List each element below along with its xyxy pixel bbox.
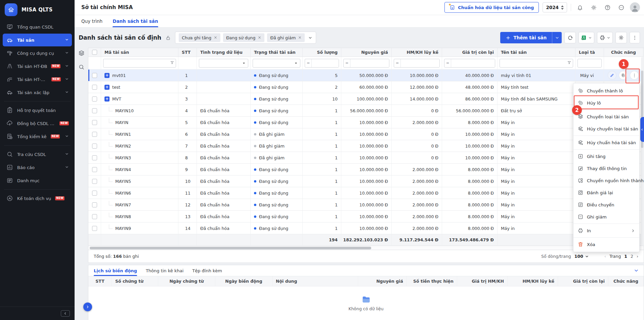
table-row[interactable]: +MVT3Đang sử dụng10100.000.000 Đ14.000.0…: [88, 93, 644, 105]
help-icon[interactable]: [602, 2, 612, 12]
table-row[interactable]: MAYIN510Đã chuẩn hóaĐang sử dụng110.000.…: [88, 175, 644, 187]
row-checkbox[interactable]: [92, 144, 97, 149]
column-header[interactable]: Loại tà: [575, 48, 604, 57]
refresh-button[interactable]: [564, 32, 576, 43]
column-header[interactable]: Nguyên giá: [341, 48, 392, 57]
tab-lich-su-bien-dong[interactable]: Lịch sử biến động: [94, 265, 137, 276]
row-checkbox[interactable]: [92, 73, 97, 78]
saved-views-layers-icon[interactable]: [78, 50, 85, 58]
table-row[interactable]: MAYIN27Đã chuẩn hóaĐã ghi giảm110.000.00…: [88, 140, 644, 152]
funnel-icon[interactable]: [567, 61, 571, 66]
export-excel-button[interactable]: [578, 32, 594, 43]
menu-item[interactable]: Chuyển thành lô: [573, 85, 639, 97]
history-column-header[interactable]: Ngày biến động: [215, 276, 272, 286]
user-avatar[interactable]: [630, 2, 640, 12]
chips-dropdown-icon[interactable]: [308, 36, 312, 40]
year-selector[interactable]: 2024: [543, 2, 567, 12]
row-checkbox[interactable]: [92, 96, 97, 102]
lock-open-icon[interactable]: [165, 35, 171, 41]
row-checkbox[interactable]: [92, 167, 97, 172]
horizontal-scrollbar-thumb[interactable]: [90, 247, 371, 249]
rail-expand-button[interactable]: [83, 303, 92, 311]
history-column-header[interactable]: Nội dung: [272, 276, 358, 286]
menu-item[interactable]: Chuyển loại tài sản: [573, 111, 639, 123]
table-row[interactable]: MAYIN38Đã chuẩn hóaĐã ghi giảm110.000.00…: [88, 152, 644, 164]
chip-close-icon[interactable]: [298, 35, 302, 40]
table-row[interactable]: MAYIN5Đã chuẩn hóaĐang sử dụng110.000.00…: [88, 117, 644, 128]
history-column-header[interactable]: Số tiền thực hiện: [407, 276, 457, 286]
expand-row-icon[interactable]: +: [104, 85, 110, 90]
filter-chip[interactable]: Chưa ghi tăng: [179, 33, 220, 42]
more-actions-button[interactable]: [630, 32, 640, 43]
row-checkbox[interactable]: [92, 108, 97, 113]
notifications-bell-icon[interactable]: [575, 2, 585, 12]
column-header[interactable]: Mã tài sản: [101, 48, 178, 57]
history-column-header[interactable]: Số chứng từ: [112, 276, 158, 286]
table-row[interactable]: +test2Đang sử dụng260.000.000 Đ12.000.00…: [88, 81, 644, 93]
history-column-header[interactable]: Giá trị HM/KH: [457, 276, 508, 286]
more-options-icon[interactable]: [616, 2, 626, 12]
prev-page-button[interactable]: ‹: [604, 254, 606, 259]
tab-quy-trinh[interactable]: Quy trình: [81, 15, 102, 27]
table-row[interactable]: MAYIN611Đã chuẩn hóaĐang sử dụng110.000.…: [88, 187, 644, 199]
equals-operator[interactable]: =: [394, 59, 401, 67]
normalize-data-button[interactable]: Chuẩn hóa dữ liệu tài sản công: [444, 2, 539, 13]
filter-input-type[interactable]: [577, 59, 602, 68]
next-page-button[interactable]: ›: [637, 254, 638, 259]
history-column-header[interactable]: Nguyên giá: [358, 276, 407, 286]
filter-select-data_status[interactable]: [199, 59, 248, 68]
history-column-header[interactable]: Giá trị còn lại: [558, 276, 608, 286]
equals-operator[interactable]: =: [344, 59, 350, 67]
history-column-header[interactable]: HM/KH lũy kế: [508, 276, 558, 286]
tab-tep-dinh-kem[interactable]: Tệp đính kèm: [192, 265, 222, 276]
column-header[interactable]: Tình trạng dữ liệu: [197, 48, 251, 57]
sidebar-item[interactable]: Tài sản HT-ĐBNEW: [3, 60, 72, 73]
funnel-icon[interactable]: [170, 61, 174, 66]
menu-item[interactable]: Hủy lô: [573, 97, 639, 109]
menu-item[interactable]: Đánh giá lại: [573, 187, 639, 199]
filter-chip[interactable]: Đã ghi giảm: [267, 33, 305, 42]
column-header[interactable]: Tên tài sản: [498, 48, 575, 57]
equals-operator[interactable]: =: [305, 59, 312, 67]
page-2-button[interactable]: 2: [631, 254, 633, 259]
sidebar-collapse-button[interactable]: [61, 310, 70, 317]
filter-input-remain[interactable]: [451, 59, 495, 67]
column-header[interactable]: Giá trị còn lại: [442, 48, 498, 57]
sidebar-item[interactable]: Tài sản HT-CNSNEW: [3, 73, 72, 86]
sidebar-item[interactable]: Tổng kiểm kêNEW: [3, 130, 72, 143]
year-stepper-icon[interactable]: [561, 5, 564, 10]
filter-input-qty[interactable]: [312, 59, 339, 67]
table-row[interactable]: MAYIN49Đã chuẩn hóaĐang sử dụng110.000.0…: [88, 164, 644, 175]
add-asset-dropdown[interactable]: [552, 36, 562, 40]
search-icon[interactable]: [78, 64, 85, 72]
history-column-header[interactable]: Ngày chứng từ: [158, 276, 215, 286]
sidebar-item[interactable]: Danh mục: [3, 174, 72, 187]
row-checkbox[interactable]: [92, 202, 97, 207]
row-checkbox[interactable]: [92, 214, 97, 219]
row-checkbox[interactable]: [92, 155, 97, 160]
menu-item[interactable]: Thay đổi thông tin: [573, 162, 639, 174]
column-header[interactable]: HM/KH lũy kế: [392, 48, 442, 57]
row-checkbox[interactable]: [92, 120, 97, 125]
sidebar-item[interactable]: Tài sản: [3, 34, 72, 46]
sidebar-item[interactable]: Tra cứu CSDL: [3, 148, 72, 161]
row-checkbox[interactable]: [92, 226, 97, 231]
chip-close-icon[interactable]: [258, 35, 261, 40]
filter-input-cost[interactable]: [350, 59, 389, 67]
chip-close-icon[interactable]: [214, 35, 217, 40]
filter-select-status[interactable]: [253, 59, 300, 68]
column-header[interactable]: STT: [178, 48, 197, 57]
table-row[interactable]: MAYIN104Đã chuẩn hóaĐang sử dụng156.000.…: [88, 105, 644, 117]
menu-item[interactable]: Ghi tăng: [573, 150, 639, 162]
page-1-button[interactable]: 1: [624, 254, 627, 259]
filter-chip[interactable]: Đang sử dụng: [223, 33, 264, 42]
menu-item[interactable]: Xóa: [573, 238, 639, 250]
duplicate-row-button[interactable]: [619, 71, 627, 79]
table-row[interactable]: MAYIN712Đã chuẩn hóaĐang sử dụng110.000.…: [88, 199, 644, 211]
history-column-header[interactable]: Chức năng: [608, 276, 644, 286]
edit-row-button[interactable]: [608, 71, 616, 79]
row-checkbox[interactable]: [92, 132, 97, 137]
row-checkbox[interactable]: [92, 85, 97, 90]
select-all-checkbox[interactable]: [92, 50, 97, 55]
row-more-button[interactable]: [630, 71, 638, 79]
